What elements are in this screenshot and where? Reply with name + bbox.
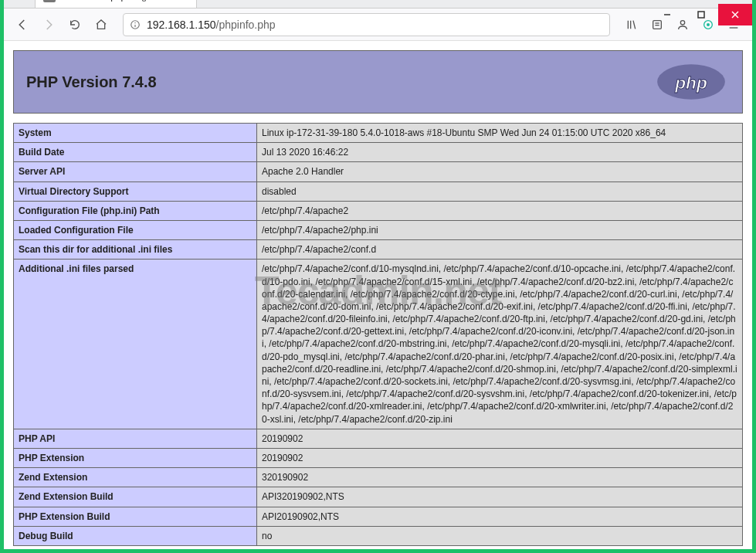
table-row: PHP Extension20190902 [14,448,743,467]
svg-text:php: php [674,73,707,93]
row-value: 320190902 [257,468,743,487]
row-value: Jul 13 2020 16:46:22 [257,143,743,162]
maximize-button[interactable] [684,4,718,25]
table-row: Build DateJul 13 2020 16:46:22 [14,143,743,162]
phpinfo-header: PHP Version 7.4.8 php [13,50,743,114]
table-row: Server APIApache 2.0 Handler [14,162,743,182]
tab-title: PHP 7.4.8 - phpinfo() [60,0,173,2]
table-row: Scan this dir for additional .ini files/… [14,240,743,260]
row-value: /etc/php/7.4/apache2/conf.d [257,240,743,260]
row-value: 20190902 [257,448,743,467]
row-name: Zend Extension [14,468,257,487]
row-name: PHP API [14,429,257,448]
table-row: PHP API20190902 [14,429,743,448]
back-button[interactable] [10,12,35,37]
table-row: Zend Extension320190902 [14,468,743,487]
row-value: no [257,526,743,545]
row-name: Additional .ini files parsed [14,260,257,429]
row-value: /etc/php/7.4/apache2/conf.d/10-mysqlnd.i… [257,260,743,429]
window-frame: PHP 7.4.8 - phpinfo() ✕ + [0,0,756,553]
library-button[interactable] [619,12,644,37]
row-value: Linux ip-172-31-39-180 5.4.0-1018-aws #1… [257,124,743,143]
table-row: Additional .ini files parsed/etc/php/7.4… [14,260,743,429]
row-name: Debug Build [14,526,257,545]
window-controls [650,4,752,25]
minimize-button[interactable] [650,4,684,25]
row-value: disabled [257,182,743,201]
reload-button[interactable] [63,12,87,37]
url-text: 192.168.1.150/phpinfo.php [147,19,276,31]
svg-line-9 [633,20,636,29]
new-tab-button[interactable]: + [202,0,225,8]
table-row: SystemLinux ip-172-31-39-180 5.4.0-1018-… [14,124,743,143]
browser-tab[interactable]: PHP 7.4.8 - phpinfo() ✕ [35,0,197,8]
phpinfo-container: PHP Version 7.4.8 php SystemLinux ip-172… [4,41,752,549]
table-row: Configuration File (php.ini) Path/etc/ph… [14,201,743,220]
row-name: Scan this dir for additional .ini files [14,240,257,260]
row-name: System [14,124,257,143]
row-name: Loaded Configuration File [14,220,257,239]
phpinfo-table: SystemLinux ip-172-31-39-180 5.4.0-1018-… [13,123,743,546]
row-value: API320190902,NTS [257,487,743,507]
home-button[interactable] [89,12,114,37]
row-value: 20190902 [257,429,743,448]
row-name: PHP Extension Build [14,507,257,526]
tab-close-icon[interactable]: ✕ [178,0,190,2]
svg-rect-1 [698,12,704,18]
site-info-icon[interactable] [130,19,141,30]
row-value: /etc/php/7.4/apache2/php.ini [257,220,743,239]
table-row: Virtual Directory Supportdisabled [14,182,743,201]
row-value: Apache 2.0 Handler [257,162,743,182]
forward-button[interactable] [36,12,61,37]
close-button[interactable] [718,4,752,25]
row-value: /etc/php/7.4/apache2 [257,201,743,220]
php-logo: php [653,62,730,102]
table-row: Debug Buildno [14,526,743,545]
tab-favicon [43,0,56,2]
row-name: Zend Extension Build [14,487,257,507]
page-content[interactable]: PHP Version 7.4.8 php SystemLinux ip-172… [4,41,752,549]
row-name: Virtual Directory Support [14,182,257,201]
nav-toolbar: 192.168.1.150/phpinfo.php [4,8,752,41]
browser-window: PHP 7.4.8 - phpinfo() ✕ + [4,4,752,549]
tab-bar: PHP 7.4.8 - phpinfo() ✕ + [4,0,752,8]
row-name: Configuration File (php.ini) Path [14,201,257,220]
row-name: Server API [14,162,257,182]
table-row: PHP Extension BuildAPI20190902,NTS [14,507,743,526]
row-name: Build Date [14,143,257,162]
php-version-heading: PHP Version 7.4.8 [26,73,157,91]
row-value: API20190902,NTS [257,507,743,526]
row-name: PHP Extension [14,448,257,467]
url-bar[interactable]: 192.168.1.150/phpinfo.php [123,13,610,36]
table-row: Loaded Configuration File/etc/php/7.4/ap… [14,220,743,239]
table-row: Zend Extension BuildAPI320190902,NTS [14,487,743,507]
